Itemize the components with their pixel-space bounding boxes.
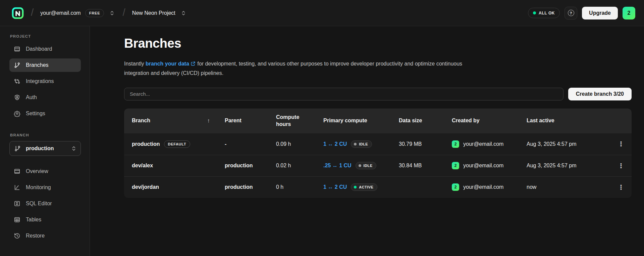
page-title: Branches [124,36,632,51]
sidebar-item-restore[interactable]: Restore [9,229,81,243]
sidebar-item-monitoring[interactable]: Monitoring [9,181,81,194]
state-label: IDLE [364,164,373,168]
neon-logo[interactable] [11,7,24,19]
upgrade-button[interactable]: Upgrade [582,7,618,19]
created-by-email: your@email.com [463,141,503,147]
column-header-created-by[interactable]: Created by [452,117,527,124]
search-input[interactable] [124,88,564,100]
parent-cell: - [225,141,276,147]
parent-cell: production [225,163,276,169]
branch-row[interactable]: dev/alexproduction0.02 h.25 ↔ 1 CUIDLE30… [124,155,632,176]
sidebar-item-label: Dashboard [26,46,52,52]
compute-state-badge: IDLE [351,140,372,148]
branch-your-data-link[interactable]: branch your data [146,61,189,67]
primary-compute-cell: 1 ↔ 2 CUIDLE [323,140,399,148]
row-menu-button[interactable]: ⋮ [614,181,628,193]
data-size-value: 30.84 MB [399,163,422,169]
default-badge: DEFAULT [164,140,191,148]
compute-state-badge: IDLE [356,162,377,169]
external-link-icon [191,60,196,69]
last-active-cell: now [527,184,610,190]
branches-table: Branch↑ParentCompute hoursPrimary comput… [124,109,632,198]
column-header-label: Compute hours [276,114,307,128]
column-header-label: Parent [225,117,241,124]
compute-units-link[interactable]: 1 ↔ 2 CU [323,184,347,190]
state-dot-icon [354,143,357,145]
neon-console: / your@email.com FREE / New Neon Project… [0,0,644,256]
page-description: Instantly branch your data for developme… [124,59,475,78]
question-mark-icon: ? [568,10,574,16]
compute-units-link[interactable]: .25 ↔ 1 CU [323,163,352,169]
auth-icon [14,94,20,101]
sidebar-item-label: SQL Editor [26,201,52,207]
last-active-value: Aug 3, 2025 4:57 pm [527,141,577,147]
user-avatar: 2 [452,140,459,148]
branches-icon [14,62,20,69]
branch-selector-value: production [26,145,66,152]
branch-nav: OverviewMonitoringSQL EditorTablesRestor… [9,165,81,243]
sidebar-item-label: Branches [26,62,49,68]
chevron-up-down-icon [71,145,76,152]
branch-row[interactable]: productionDEFAULT-0.09 h1 ↔ 2 CUIDLE30.7… [124,133,632,155]
data-size-value: 30.79 MB [399,141,422,147]
sidebar-item-integrations[interactable]: Integrations [9,75,81,88]
column-header-primary-compute[interactable]: Primary compute [323,117,399,124]
org-switcher-button[interactable] [108,9,116,17]
sidebar-item-label: Monitoring [26,184,51,190]
column-header-branch[interactable]: Branch↑ [132,117,225,125]
org-email: your@email.com [40,10,80,16]
column-header-label: Data size [399,117,422,124]
project-switcher-button[interactable] [180,9,187,17]
column-header-parent[interactable]: Parent [225,117,276,124]
column-header-data-size[interactable]: Data size [399,117,452,124]
integrations-icon [14,78,20,85]
parent-cell: production [225,184,276,190]
sort-ascending-icon: ↑ [207,117,210,125]
sidebar-item-settings[interactable]: Settings [9,107,81,120]
sidebar-item-label: Integrations [26,78,54,84]
user-avatar: 2 [452,162,459,169]
compute-hours-cell: 0 h [276,184,323,190]
primary-compute-cell: .25 ↔ 1 CUIDLE [323,162,399,169]
top-bar: / your@email.com FREE / New Neon Project… [0,0,644,26]
column-header-label: Primary compute [323,117,367,124]
row-menu-button[interactable]: ⋮ [614,160,628,172]
column-header-compute-hours[interactable]: Compute hours [276,114,323,128]
settings-icon [14,110,20,117]
last-active-cell: Aug 3, 2025 4:57 pm [527,163,610,169]
compute-hours-cell: 0.02 h [276,163,323,169]
sidebar-item-sql-editor[interactable]: SQL Editor [9,197,81,210]
sidebar-item-overview[interactable]: Overview [9,165,81,178]
parent-branch-name: - [225,141,226,147]
counter-badge[interactable]: 2 [623,7,635,19]
system-status-pill[interactable]: ALL OK [528,8,560,18]
branch-cell: dev/jordan [132,184,225,190]
help-button[interactable]: ? [565,7,577,19]
sidebar-item-tables[interactable]: Tables [9,213,81,226]
sidebar-item-label: Restore [26,233,45,239]
compute-hours-cell: 0.09 h [276,141,323,147]
primary-compute-cell: 1 ↔ 2 CUACTIVE [323,183,399,191]
sidebar-item-branches[interactable]: Branches [9,58,81,72]
table-body: productionDEFAULT-0.09 h1 ↔ 2 CUIDLE30.7… [124,133,632,198]
row-menu-button[interactable]: ⋮ [614,138,628,150]
last-active-value: Aug 3, 2025 4:57 pm [527,163,577,169]
sidebar-item-label: Auth [26,94,37,100]
branch-cell: dev/alex [132,163,225,169]
column-header-last-active[interactable]: Last active [527,117,610,124]
branch-row[interactable]: dev/jordanproduction0 h1 ↔ 2 CUACTIVE2yo… [124,176,632,198]
sidebar-item-label: Overview [26,168,48,174]
table-header-row: Branch↑ParentCompute hoursPrimary comput… [124,109,632,133]
branch-icon [14,145,21,152]
compute-hours-value: 0.09 h [276,141,291,147]
branch-selector[interactable]: production [9,141,81,156]
sidebar-item-auth[interactable]: Auth [9,91,81,104]
sidebar-item-dashboard[interactable]: Dashboard [9,42,81,56]
create-branch-button[interactable]: Create branch 3/20 [568,88,632,100]
tables-icon [14,216,20,223]
status-label: ALL OK [539,11,555,15]
sidebar: PROJECT DashboardBranchesIntegrationsAut… [0,26,90,256]
compute-units-link[interactable]: 1 ↔ 2 CU [323,141,347,147]
state-label: IDLE [359,142,368,146]
created-by-email: your@email.com [463,163,503,169]
